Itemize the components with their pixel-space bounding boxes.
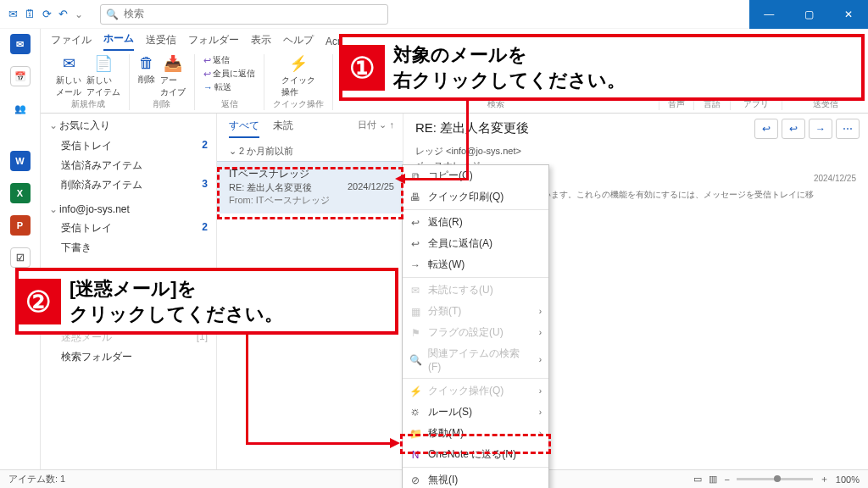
date-group-header[interactable]: ⌄ 2 か月前以前 <box>217 138 403 161</box>
folder-drafts[interactable]: 下書き <box>49 238 216 258</box>
undo-icon[interactable]: ↶ <box>58 8 68 20</box>
tab-folder[interactable]: フォルダー <box>188 33 239 51</box>
folder-inbox-acct[interactable]: 受信トレイ2 <box>49 219 216 238</box>
more-actions-button[interactable]: ⋯ <box>836 119 860 139</box>
sync-icon[interactable]: ⟳ <box>42 8 52 20</box>
arrow-1-h <box>403 178 469 180</box>
sort-button[interactable]: 日付 ⌄ ↑ <box>358 119 394 138</box>
ctx-mark-unread: ✉未読にする(U) <box>403 280 548 301</box>
ribbon-group-delete: 🗑削除 📥アー カイブ 削除 <box>130 54 195 110</box>
ctx-forward[interactable]: →転送(W) <box>403 254 548 275</box>
filter-all[interactable]: すべて <box>229 119 259 138</box>
app-rail: ✉ 📅 👥 W X P ☑ ⋯ <box>0 29 41 469</box>
callout-1: ① 対象のメールを 右クリックしてください。 <box>339 34 865 101</box>
tab-view[interactable]: 表示 <box>251 33 271 51</box>
callout-2: ② [迷惑メール]を クリックしてください。 <box>15 268 398 335</box>
folder-search[interactable]: 検索フォルダー <box>49 347 216 367</box>
zoom-in[interactable]: ＋ <box>820 473 829 485</box>
ribbon-group-new: ✉新しい メール 📄新しい アイテム 新規作成 <box>47 54 130 110</box>
ctx-reply[interactable]: ↩返信(R) <box>403 212 548 233</box>
calendar-app-icon[interactable]: 📅 <box>10 66 31 86</box>
delete-button[interactable]: 🗑削除 <box>138 54 155 86</box>
callout-2-number: ② <box>15 279 61 324</box>
zoom-level: 100% <box>836 474 860 485</box>
minimize-button[interactable]: — <box>749 0 789 29</box>
callout-1-number: ① <box>339 45 385 91</box>
arrow-1-v <box>466 95 469 180</box>
filter-unread[interactable]: 未読 <box>273 119 293 138</box>
reply-all-icon-button[interactable]: ↩ <box>782 119 805 139</box>
word-icon[interactable]: W <box>10 151 31 171</box>
new-mail-button[interactable]: ✉新しい メール <box>56 54 81 98</box>
folder-deleted[interactable]: 削除済みアイテム3 <box>49 175 216 195</box>
todo-icon[interactable]: ☑ <box>10 247 31 268</box>
callout-1-text: 対象のメールを 右クリックしてください。 <box>393 42 626 92</box>
qat-dropdown[interactable]: ⌄ <box>75 8 83 20</box>
ribbon-group-quicksteps: ⚡クイック 操作 クイック操作 <box>264 54 333 110</box>
tab-home[interactable]: ホーム <box>103 31 134 51</box>
ctx-move[interactable]: 📁移動(M)› <box>403 423 548 444</box>
reply-all-button[interactable]: ↩全員に返信 <box>203 68 255 80</box>
titlebar: ✉ 🗓 ⟳ ↶ ⌄ 🔍 検索 <box>0 0 868 29</box>
maximize-button[interactable]: ▢ <box>789 0 829 29</box>
folder-inbox[interactable]: 受信トレイ2 <box>49 136 216 156</box>
arrow-2-head <box>390 438 400 448</box>
search-box[interactable]: 🔍 検索 <box>100 4 388 25</box>
ctx-rules[interactable]: ⛭ルール(S)› <box>403 402 548 423</box>
search-icon: 🔍 <box>106 8 119 20</box>
ctx-copy[interactable]: ⧉コピー(C) <box>403 165 548 186</box>
forward-icon-button[interactable]: → <box>809 119 832 139</box>
arrow-2-v <box>246 330 248 444</box>
search-placeholder: 検索 <box>124 7 144 21</box>
mail-app-icon[interactable]: ✉ <box>10 34 31 54</box>
favorites-header[interactable]: お気に入り <box>49 119 216 133</box>
folder-sent[interactable]: 送信済みアイテム <box>49 156 216 175</box>
quicksteps-button[interactable]: ⚡クイック 操作 <box>281 54 315 98</box>
arrow-1-head <box>395 174 405 184</box>
mail-from: レッジ <info@jo-sys.net> <box>415 145 856 158</box>
ctx-ignore[interactable]: ⊘無視(I) <box>403 469 548 488</box>
ctx-related: 🔍関連アイテムの検索(F)› <box>403 343 548 376</box>
ctx-categorize: ▦分類(T)› <box>403 301 548 322</box>
reply-icon-button[interactable]: ↩ <box>754 119 778 139</box>
ctx-onenote[interactable]: NOneNote に送る(N) <box>403 444 548 465</box>
view-normal-icon[interactable]: ▭ <box>693 474 702 485</box>
zoom-slider[interactable] <box>737 478 813 480</box>
callout-2-text: [迷惑メール]を クリックしてください。 <box>70 276 283 326</box>
mail-item[interactable]: ITベースナレッジ RE: 差出人名変更後2024/12/25 From: IT… <box>217 161 403 214</box>
people-app-icon[interactable]: 👥 <box>10 98 31 119</box>
zoom-out[interactable]: − <box>724 474 729 485</box>
excel-icon[interactable]: X <box>10 183 31 203</box>
archive-button[interactable]: 📥アー カイブ <box>160 54 186 98</box>
arrow-2-h <box>246 442 392 445</box>
account-header[interactable]: info@jo-sys.net <box>49 203 216 215</box>
tab-file[interactable]: ファイル <box>51 33 92 51</box>
ctx-quicksteps: ⚡クイック操作(Q)› <box>403 380 548 402</box>
item-count: アイテム数: 1 <box>8 473 65 485</box>
ctx-reply-all[interactable]: ↩全員に返信(A) <box>403 233 548 254</box>
outlook-icon: ✉ <box>8 8 18 20</box>
close-button[interactable]: ✕ <box>828 0 868 29</box>
calendar-icon: 🗓 <box>25 8 36 20</box>
ribbon-group-respond: ↩返信 ↩全員に返信 →転送 返信 <box>195 54 264 110</box>
reply-button[interactable]: ↩返信 <box>203 54 255 66</box>
ctx-flag: ⚑フラグの設定(U)› <box>403 322 548 343</box>
powerpoint-icon[interactable]: P <box>10 215 31 236</box>
forward-button[interactable]: →転送 <box>203 81 255 93</box>
view-reading-icon[interactable]: ▥ <box>709 474 717 485</box>
new-item-button[interactable]: 📄新しい アイテム <box>86 54 120 98</box>
window-controls: — ▢ ✕ <box>749 0 868 29</box>
ctx-quick-print[interactable]: 🖶クイック印刷(Q) <box>403 186 548 208</box>
tab-sendrecv[interactable]: 送受信 <box>146 33 176 51</box>
tab-help[interactable]: ヘルプ <box>283 33 314 51</box>
context-menu: ⧉コピー(C) 🖶クイック印刷(Q) ↩返信(R) ↩全員に返信(A) →転送(… <box>402 164 549 488</box>
